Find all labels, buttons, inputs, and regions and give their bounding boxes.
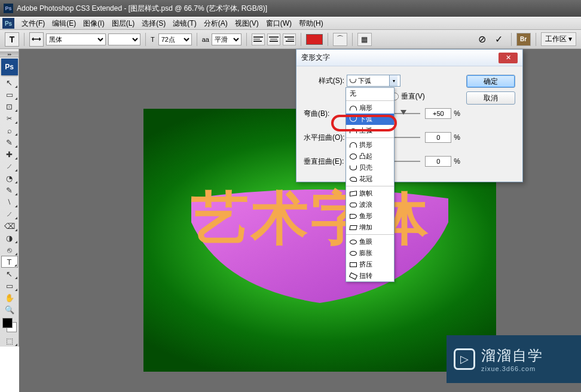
color-swatches[interactable] (1, 317, 18, 333)
menu-analysis[interactable]: 分析(A) (200, 19, 231, 29)
character-panel-button[interactable]: ▦ (357, 33, 372, 46)
watermark-logo: ▷ (454, 348, 475, 370)
style-flag[interactable]: 旗帜 (346, 188, 394, 199)
bridge-button[interactable]: Br (516, 33, 531, 46)
style-bulge[interactable]: 凸起 (346, 151, 394, 162)
style-rise[interactable]: 增加 (346, 222, 394, 233)
hdist-input[interactable] (425, 132, 451, 143)
rise-icon (349, 225, 357, 230)
align-left-button[interactable] (252, 33, 265, 45)
font-size-select[interactable]: 72点 (158, 33, 192, 45)
shell-icon (350, 166, 357, 170)
path-select-tool[interactable]: ↖ (1, 268, 18, 280)
warp-text-button[interactable]: ⌒ (333, 33, 347, 46)
style-label: 样式(S): (304, 76, 347, 86)
hand-tool[interactable]: ✋ (1, 292, 18, 304)
style-fish[interactable]: 鱼形 (346, 210, 394, 222)
inflate-icon (350, 251, 357, 256)
font-family-select[interactable]: 黑体 (46, 33, 106, 45)
style-fisheye[interactable]: 鱼眼 (346, 236, 394, 247)
watermark-sub: zixue.3d66.com (481, 365, 543, 372)
dodge-tool[interactable]: ◑ (1, 232, 18, 244)
history-brush-tool[interactable]: ✎ (1, 184, 18, 196)
watermark-brand: 溜溜自学 (481, 346, 543, 365)
fish-icon (350, 214, 357, 219)
healing-tool[interactable]: ✚ (1, 148, 18, 160)
bend-input[interactable] (425, 108, 451, 119)
stamp-tool[interactable]: ◔ (1, 172, 18, 184)
bend-label: 弯曲(B): (304, 109, 349, 119)
brush-tool[interactable]: ⟋ (1, 160, 18, 172)
pct: % (454, 109, 460, 118)
ps-logo: Ps (1, 59, 18, 75)
dialog-close-button[interactable]: ✕ (499, 53, 518, 63)
pen-tool[interactable]: ⎋ (1, 244, 18, 256)
bulge-icon (350, 154, 357, 160)
hdist-label: 水平扭曲(O): (304, 133, 349, 143)
style-squeeze[interactable]: 挤压 (346, 259, 394, 270)
font-style-select[interactable] (108, 33, 140, 45)
squeeze-icon (350, 262, 357, 267)
workspace-menu[interactable]: 工作区 ▾ (541, 32, 576, 46)
style-arc-upper[interactable]: 上弧 (346, 125, 394, 136)
marquee-tool[interactable]: ▭ (1, 88, 18, 100)
zoom-tool[interactable]: 🔍 (1, 304, 18, 316)
crop-tool[interactable]: ⌕ (1, 124, 18, 136)
cancel-icon[interactable]: ⊘ (475, 33, 490, 46)
wave-icon (350, 202, 357, 207)
quick-select-tool[interactable]: ✂ (1, 112, 18, 124)
menu-filter[interactable]: 滤镜(T) (169, 19, 200, 29)
arc-lower-icon (350, 117, 357, 122)
style-wave[interactable]: 波浪 (346, 199, 394, 210)
align-right-button[interactable] (283, 33, 296, 45)
arc-icon (350, 106, 357, 111)
canvas-text: 艺术字体 (191, 180, 430, 258)
blur-tool[interactable]: ⌫ (1, 220, 18, 232)
style-inflate[interactable]: 膨胀 (346, 247, 394, 259)
toolbox-handle[interactable] (0, 51, 19, 57)
menu-window[interactable]: 窗口(W) (262, 19, 295, 29)
move-tool[interactable]: ↖ (1, 76, 18, 88)
watermark: ▷ 溜溜自学 zixue.3d66.com (447, 335, 581, 383)
eyedropper-tool[interactable]: ✎ (1, 136, 18, 148)
style-select[interactable]: 下弧 ▾ (347, 75, 400, 87)
type-tool[interactable]: T (1, 256, 18, 268)
menu-select[interactable]: 选择(S) (138, 19, 169, 29)
text-orientation-button[interactable]: ⟷ (29, 32, 44, 47)
type-tool-icon: T (5, 32, 19, 47)
shape-tool[interactable]: ▭ (1, 280, 18, 292)
style-twist[interactable]: 扭转 (346, 270, 394, 281)
radio-vertical[interactable]: 垂直(V) (391, 91, 425, 102)
style-none[interactable]: 无 (346, 88, 394, 99)
arch-icon (350, 142, 357, 148)
menu-help[interactable]: 帮助(H) (295, 19, 327, 29)
style-arc-lower[interactable]: 下弧 (346, 114, 394, 125)
menu-file[interactable]: 文件(F) (18, 19, 48, 29)
ps-badge: Ps (2, 18, 14, 29)
menu-edit[interactable]: 编辑(E) (48, 19, 79, 29)
vdist-label: 垂直扭曲(E): (304, 157, 349, 167)
screen-mode[interactable]: ⬚ (1, 335, 18, 347)
menu-view[interactable]: 视图(V) (231, 19, 262, 29)
menu-layer[interactable]: 图层(L) (108, 19, 139, 29)
ok-button[interactable]: 确定 (466, 75, 515, 88)
flag-icon (350, 191, 357, 197)
aa-label: aa (202, 36, 209, 43)
style-shell-lower[interactable]: 贝壳 (346, 162, 394, 173)
cancel-button[interactable]: 取消 (466, 91, 515, 105)
antialias-select[interactable]: 平滑 (212, 33, 241, 45)
eraser-tool[interactable]: ⧵ (1, 196, 18, 208)
text-color-swatch[interactable] (306, 34, 323, 45)
fisheye-icon (350, 240, 357, 244)
vdist-input[interactable] (425, 156, 451, 167)
commit-icon[interactable]: ✓ (492, 33, 506, 46)
style-arc[interactable]: 扇形 (346, 102, 394, 114)
menu-image[interactable]: 图像(I) (79, 19, 108, 29)
chevron-down-icon: ▾ (389, 75, 397, 86)
app-icon: Ps (4, 4, 13, 13)
style-arch[interactable]: 拱形 (346, 139, 394, 151)
gradient-tool[interactable]: ⟋ (1, 208, 18, 220)
lasso-tool[interactable]: ⊡ (1, 100, 18, 112)
align-center-button[interactable] (267, 33, 280, 45)
style-shell-upper[interactable]: 花冠 (346, 173, 394, 185)
